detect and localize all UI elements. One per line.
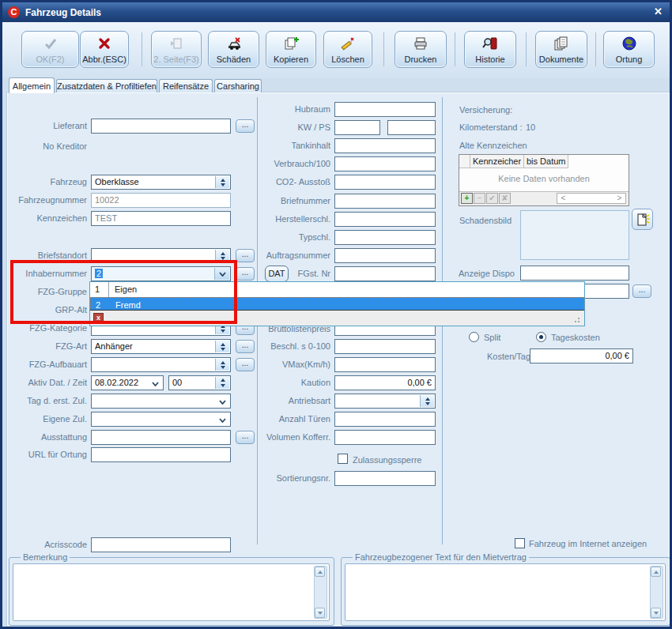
tab-carsharing[interactable]: Carsharing bbox=[214, 79, 262, 92]
ps-input[interactable] bbox=[387, 120, 436, 135]
bemerkung-textarea[interactable] bbox=[13, 563, 330, 621]
eigene-zul-combo[interactable] bbox=[91, 412, 231, 427]
acrisscode-input[interactable] bbox=[91, 537, 231, 552]
tankinhalt-input[interactable] bbox=[334, 138, 436, 153]
scroll-right-icon[interactable]: > bbox=[613, 194, 625, 203]
grid-add-icon[interactable]: + bbox=[461, 193, 473, 204]
delete-button[interactable]: Löschen bbox=[323, 31, 372, 68]
documents-button[interactable]: Dokumente bbox=[535, 31, 587, 68]
vmax-input[interactable] bbox=[334, 357, 436, 372]
tag-erst-zul-combo[interactable] bbox=[91, 394, 231, 409]
fahrzeug-combo[interactable]: Oberklasse bbox=[91, 175, 231, 190]
beschl-input[interactable] bbox=[334, 339, 436, 354]
grid-cancel-icon[interactable]: ✘ bbox=[499, 193, 511, 204]
split-radio[interactable] bbox=[469, 332, 479, 342]
inhabernummer-combo[interactable]: 2 bbox=[91, 266, 231, 281]
verbrauch-input[interactable] bbox=[334, 156, 436, 171]
co2-input[interactable] bbox=[334, 175, 436, 190]
new-document-button[interactable] bbox=[632, 209, 653, 230]
fzg-aufbauart-browse-button[interactable]: ... bbox=[236, 358, 255, 371]
fahrzeugnummer-label: Fahrzeugnummer bbox=[9, 195, 87, 205]
kw-input[interactable] bbox=[334, 120, 380, 135]
typschl-input[interactable] bbox=[334, 230, 436, 245]
history-icon bbox=[481, 36, 499, 51]
volumen-label: Volumen Kofferr. bbox=[255, 432, 330, 442]
spinner-icon[interactable] bbox=[215, 341, 229, 352]
grid-scrollbar[interactable]: < > bbox=[557, 193, 626, 204]
dropdown-item-eigen[interactable]: 1 Eigen bbox=[90, 282, 584, 297]
fzg-aufbauart-combo[interactable] bbox=[91, 357, 231, 372]
tageskosten-radio[interactable] bbox=[536, 332, 546, 342]
kosten-tag-input[interactable]: 0,00 € bbox=[530, 348, 633, 363]
close-icon[interactable]: ✕ bbox=[654, 6, 663, 17]
tab-reifensaetze[interactable]: Reifensätze bbox=[159, 79, 213, 92]
kaution-input[interactable]: 0,00 € bbox=[334, 375, 436, 390]
ok-icon bbox=[42, 36, 59, 51]
kennzeichen-input[interactable]: TEST bbox=[91, 211, 231, 226]
inhabernummer-browse-button[interactable]: ... bbox=[236, 267, 255, 281]
tracking-button[interactable]: Ortung bbox=[603, 31, 655, 68]
inhabernummer-dropdown-list[interactable]: 1 Eigen 2 Fremd x bbox=[89, 281, 585, 326]
dispo-browse-button[interactable]: ... bbox=[632, 284, 651, 298]
scroll-down-icon[interactable] bbox=[651, 608, 661, 618]
fzg-art-combo[interactable]: Anhänger bbox=[91, 339, 231, 354]
resize-grip-icon[interactable] bbox=[574, 317, 582, 323]
second-page-button[interactable]: 2. Seite(F3) bbox=[151, 31, 202, 68]
aktiv-date-picker[interactable]: 08.02.2022 bbox=[91, 375, 164, 390]
ausstattung-browse-button[interactable]: ... bbox=[236, 431, 255, 444]
antriebsart-combo[interactable] bbox=[334, 394, 436, 409]
up-down-stepper-icon[interactable] bbox=[215, 377, 229, 389]
schadensbild-imagebox[interactable] bbox=[520, 210, 629, 260]
tab-allgemein[interactable]: Allgemein bbox=[9, 77, 55, 93]
anzeige-dispo-input[interactable] bbox=[520, 266, 629, 281]
dropdown-close-icon[interactable]: x bbox=[93, 313, 104, 323]
sortierungsnr-input[interactable] bbox=[334, 471, 436, 486]
mietvertrag-scrollbar[interactable] bbox=[650, 566, 663, 619]
aktiv-time-stepper[interactable]: 00 bbox=[168, 375, 231, 390]
anzahl-tueren-input[interactable] bbox=[334, 412, 436, 427]
scroll-down-icon[interactable] bbox=[315, 608, 325, 618]
copy-button[interactable]: Kopieren bbox=[266, 31, 316, 68]
grid-col-bis-datum[interactable]: bis Datum bbox=[524, 155, 568, 168]
tab-zusatzdaten[interactable]: Zusatzdaten & Profiltiefen bbox=[56, 79, 157, 92]
damages-button[interactable]: Schäden bbox=[208, 31, 259, 68]
lieferant-input[interactable] bbox=[91, 119, 231, 134]
bemerkung-scrollbar[interactable] bbox=[314, 566, 327, 619]
briefstandort-browse-button[interactable]: ... bbox=[236, 249, 255, 262]
spinner-icon[interactable] bbox=[215, 176, 229, 188]
lieferant-browse-button[interactable]: ... bbox=[236, 119, 255, 133]
auftragsnummer-input[interactable] bbox=[334, 248, 436, 263]
fzg-art-browse-button[interactable]: ... bbox=[236, 340, 255, 353]
copy-button-label: Kopieren bbox=[274, 55, 308, 64]
spinner-icon[interactable] bbox=[215, 359, 229, 371]
spinner-icon[interactable] bbox=[420, 395, 434, 407]
briefstandort-combo[interactable] bbox=[91, 248, 231, 263]
alte-kennzeichen-grid[interactable]: Kennzeicher bis Datum Keine Daten vorhan… bbox=[459, 154, 629, 206]
chevron-down-icon[interactable] bbox=[214, 268, 229, 280]
zulassungssperre-checkbox[interactable] bbox=[338, 454, 348, 464]
spinner-icon[interactable] bbox=[215, 250, 229, 262]
url-ortung-input[interactable] bbox=[91, 447, 231, 462]
volumen-input[interactable] bbox=[334, 430, 436, 445]
scroll-left-icon[interactable]: < bbox=[557, 194, 569, 203]
grid-col-kennzeichen[interactable]: Kennzeicher bbox=[470, 155, 524, 168]
mietvertrag-textarea[interactable] bbox=[345, 563, 666, 621]
hubraum-input[interactable] bbox=[334, 102, 436, 117]
scroll-up-icon[interactable] bbox=[651, 567, 661, 577]
scroll-up-icon[interactable] bbox=[315, 567, 325, 577]
briefnummer-input[interactable] bbox=[334, 194, 436, 209]
print-button[interactable]: Drucken bbox=[395, 31, 447, 68]
ok-button[interactable]: OK(F2) bbox=[21, 31, 79, 68]
internet-checkbox[interactable] bbox=[515, 538, 525, 548]
vehicle-details-dialog: C Fahrzeug Details ✕ OK(F2) Abbr.(ESC) 2… bbox=[0, 0, 672, 629]
grid-post-icon[interactable]: ✔ bbox=[486, 193, 498, 204]
grid-delete-icon[interactable]: − bbox=[474, 193, 485, 204]
herstellerschl-input[interactable] bbox=[334, 212, 436, 227]
cancel-button[interactable]: Abbr.(ESC) bbox=[80, 31, 129, 68]
history-button[interactable]: Historie bbox=[464, 31, 516, 68]
fgst-input[interactable] bbox=[334, 266, 436, 281]
chevron-down-icon[interactable] bbox=[219, 400, 226, 405]
ausstattung-input[interactable] bbox=[91, 430, 231, 445]
chevron-down-icon[interactable] bbox=[219, 418, 226, 423]
chevron-down-icon[interactable] bbox=[152, 382, 159, 386]
